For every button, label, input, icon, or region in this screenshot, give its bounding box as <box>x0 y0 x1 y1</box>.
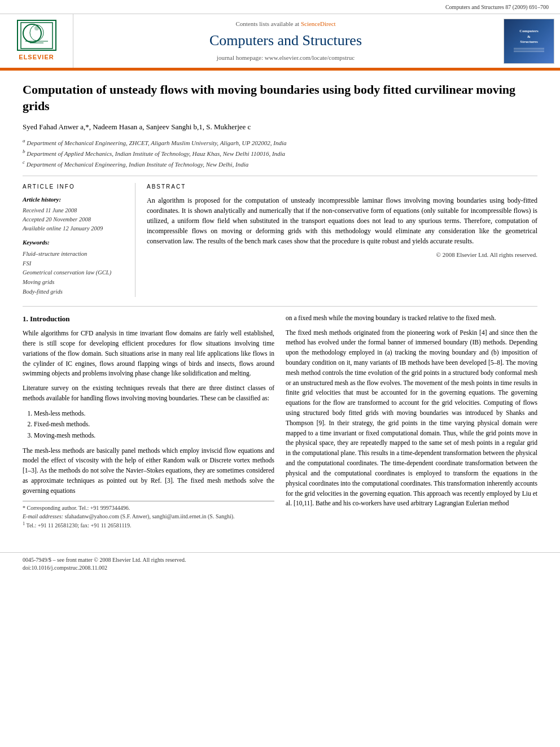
keywords-label: Keywords: <box>23 238 126 247</box>
journal-homepage: journal homepage: www.elsevier.com/locat… <box>217 54 355 62</box>
affiliation-a: a Department of Mechanical Engineering, … <box>23 137 537 147</box>
sciencedirect-line: Contents lists available at ScienceDirec… <box>235 20 335 28</box>
intro-para2: Literature survey on the existing techni… <box>23 383 274 404</box>
keyword-2: FSI <box>23 259 126 269</box>
list-item-2: Fixed-mesh methods. <box>34 419 274 430</box>
svg-point-4 <box>34 26 39 30</box>
footnote-email: E-mail addresses: sfahadanw@yahoo.com (S… <box>23 512 274 521</box>
article-title: Computation of unsteady flows with movin… <box>23 82 537 114</box>
affiliation-c: c Department of Mechanical Engineering, … <box>23 159 537 169</box>
sciencedirect-link[interactable]: ScienceDirect <box>301 20 336 27</box>
main-content: Computation of unsteady flows with movin… <box>0 71 560 541</box>
abstract-column: ABSTRACT An algorithm is proposed for th… <box>147 183 537 297</box>
affiliation-b: b Department of Applied Mechanics, India… <box>23 148 537 158</box>
bottom-bar: 0045-7949/$ – see front matter © 2008 El… <box>0 552 560 575</box>
elsevier-logo: ELSEVIER <box>0 14 73 68</box>
sep2 <box>23 306 537 307</box>
affiliations: a Department of Mechanical Engineering, … <box>23 137 537 169</box>
left-body-column: 1. Introduction While algorithms for CFD… <box>23 313 274 530</box>
cover-image: Computers & Structures <box>504 19 554 64</box>
journal-header: ELSEVIER Contents lists available at Sci… <box>0 14 560 69</box>
journal-cover: Computers & Structures <box>498 14 560 68</box>
journal-title: Computers and Structures <box>209 30 362 51</box>
right-para1: on a fixed mesh while the moving boundar… <box>286 313 537 324</box>
journal-citation: Computers and Structures 87 (2009) 691–7… <box>445 4 549 10</box>
keyword-1: Fluid–structure interaction <box>23 250 126 259</box>
methods-list: Mesh-less methods. Fixed-mesh methods. M… <box>34 408 274 442</box>
list-item-1: Mesh-less methods. <box>34 408 274 420</box>
right-body-column: on a fixed mesh while the moving boundar… <box>286 313 537 530</box>
authors-line: Syed Fahad Anwer a,*, Nadeem Hasan a, Sa… <box>23 122 537 132</box>
journal-center: Contents lists available at ScienceDirec… <box>73 14 498 68</box>
journal-info-bar: Computers and Structures 87 (2009) 691–7… <box>0 0 560 14</box>
copyright-line: © 2008 Elsevier Ltd. All rights reserved… <box>147 251 537 259</box>
available-date: Available online 12 January 2009 <box>23 224 126 233</box>
abstract-text: An algorithm is proposed for the computa… <box>147 195 537 246</box>
keyword-5: Body-fitted grids <box>23 287 126 297</box>
footnote-1: * Corresponding author. Tel.: +91 999734… <box>23 504 274 512</box>
article-info-abstract-row: ARTICLE INFO Article history: Received 1… <box>23 183 537 297</box>
received-date: Received 11 June 2008 <box>23 206 126 215</box>
article-info-header: ARTICLE INFO <box>23 183 126 191</box>
svg-rect-0 <box>21 23 53 49</box>
accepted-date: Accepted 20 November 2008 <box>23 215 126 224</box>
footnote-2: 1 Tel.: +91 11 26581230; fax: +91 11 265… <box>23 521 274 530</box>
elsevier-graphic <box>17 20 56 51</box>
footnotes: * Corresponding author. Tel.: +91 999734… <box>23 501 274 530</box>
sep1 <box>23 176 537 176</box>
right-para2: The fixed mesh methods originated from t… <box>286 328 537 509</box>
intro-para3: The mesh-less methods are basically pane… <box>23 446 274 496</box>
keyword-3: Geometrical conservation law (GCL) <box>23 268 126 278</box>
body-content: 1. Introduction While algorithms for CFD… <box>23 313 537 530</box>
issn-line: 0045-7949/$ – see front matter © 2008 El… <box>23 556 537 564</box>
article-info-column: ARTICLE INFO Article history: Received 1… <box>23 183 135 297</box>
doi-line: doi:10.1016/j.compstruc.2008.11.002 <box>23 564 537 572</box>
history-label: Article history: <box>23 195 126 204</box>
elsevier-brand-label: ELSEVIER <box>19 53 54 62</box>
section1-title: 1. Introduction <box>23 313 274 325</box>
svg-point-1 <box>30 25 43 41</box>
intro-para1: While algorithms for CFD analysis in tim… <box>23 329 274 379</box>
list-item-3: Moving-mesh methods. <box>34 430 274 442</box>
keyword-4: Moving grids <box>23 278 126 287</box>
cover-title: Computers & Structures <box>519 29 538 44</box>
abstract-header: ABSTRACT <box>147 183 537 191</box>
cover-lines <box>514 47 545 53</box>
